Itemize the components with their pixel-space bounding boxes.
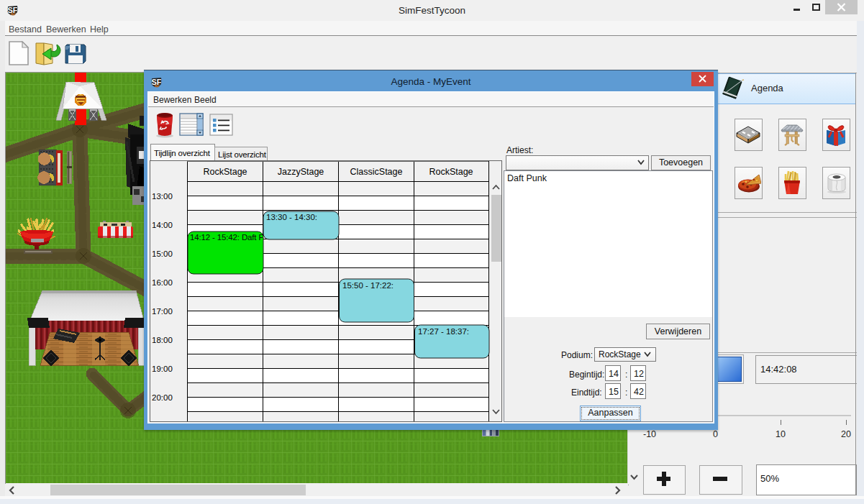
- svg-text:RockStage: RockStage: [203, 167, 247, 177]
- svg-text:17:00: 17:00: [152, 307, 173, 316]
- svg-text:15:00: 15:00: [152, 249, 173, 258]
- svg-text:16:00: 16:00: [152, 278, 173, 287]
- svg-text:18:00: 18:00: [152, 336, 173, 344]
- svg-text:17:27 - 18:37:: 17:27 - 18:37:: [418, 327, 469, 336]
- svg-text:14:00: 14:00: [152, 221, 173, 229]
- svg-text:ClassicStage: ClassicStage: [350, 167, 403, 177]
- svg-text:13:30 - 14:30:: 13:30 - 14:30:: [266, 213, 317, 221]
- svg-text:15:50 - 17:22:: 15:50 - 17:22:: [342, 281, 394, 290]
- svg-text:13:00: 13:00: [152, 192, 173, 201]
- svg-text:20:00: 20:00: [152, 393, 173, 402]
- svg-text:RockStage: RockStage: [429, 167, 473, 177]
- svg-text:JazzyStage: JazzyStage: [278, 167, 324, 177]
- svg-text:19:00: 19:00: [152, 365, 173, 373]
